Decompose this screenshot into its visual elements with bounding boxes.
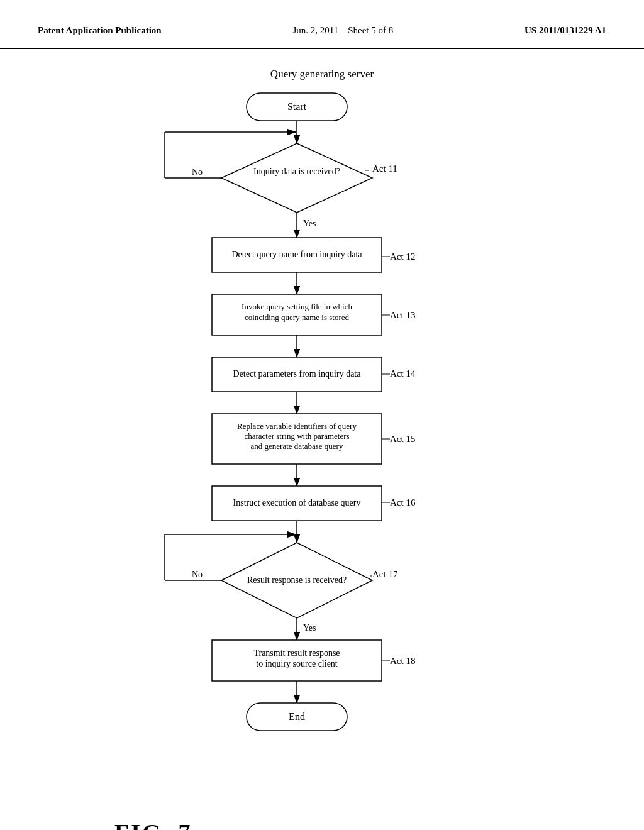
diagram-area: Query generating server Start Act 11 Inq… [0, 49, 644, 830]
header-patent-number: US 2011/0131229 A1 [525, 25, 606, 36]
diagram-title: Query generating server [270, 68, 374, 80]
svg-text:Transmit result response: Transmit result response [253, 648, 340, 658]
header-date: Jun. 2, 2011 [292, 25, 338, 35]
svg-text:Act 11: Act 11 [372, 163, 397, 174]
svg-marker-6 [221, 143, 372, 213]
header-publication: Patent Application Publication [38, 25, 162, 36]
svg-text:Inquiry data is received?: Inquiry data is received? [253, 167, 340, 176]
svg-text:Instruct execution of database: Instruct execution of database query [233, 498, 361, 507]
svg-text:Act 12: Act 12 [390, 252, 415, 262]
header-date-sheet: Jun. 2, 2011 Sheet 5 of 8 [292, 25, 393, 36]
flowchart-svg: Start Act 11 Inquiry data is received? N… [102, 87, 542, 810]
svg-text:No: No [192, 570, 203, 579]
fig-label: FIG. 7 [114, 819, 192, 830]
svg-text:Act 15: Act 15 [390, 434, 415, 444]
svg-text:to inquiry source client: to inquiry source client [256, 659, 338, 668]
svg-text:coinciding query name is store: coinciding query name is stored [245, 313, 350, 322]
header-sheet: Sheet 5 of 8 [348, 25, 393, 35]
svg-text:Yes: Yes [303, 623, 316, 633]
svg-text:Detect query name from inquiry: Detect query name from inquiry data [231, 250, 362, 259]
page-header: Patent Application Publication Jun. 2, 2… [0, 0, 644, 49]
svg-text:Yes: Yes [303, 219, 316, 228]
svg-text:character string with paramete: character string with parameters [244, 431, 349, 441]
svg-text:Result response is received?: Result response is received? [247, 575, 347, 585]
svg-text:Act 17: Act 17 [372, 569, 398, 579]
svg-text:Act 16: Act 16 [390, 497, 416, 507]
svg-text:and generate database query: and generate database query [251, 441, 343, 451]
svg-text:End: End [289, 711, 305, 722]
svg-text:Act 18: Act 18 [390, 656, 415, 666]
svg-text:Act 13: Act 13 [390, 310, 415, 320]
svg-text:Act 14: Act 14 [390, 368, 416, 379]
svg-text:Detect parameters from inquiry: Detect parameters from inquiry data [233, 369, 362, 379]
svg-text:Invoke query setting file in w: Invoke query setting file in which [242, 302, 352, 311]
svg-text:Start: Start [287, 101, 307, 112]
svg-text:No: No [192, 167, 203, 177]
flowchart-container: Start Act 11 Inquiry data is received? N… [102, 87, 542, 830]
svg-text:Replace variable identifiers o: Replace variable identifiers of query [237, 421, 357, 431]
